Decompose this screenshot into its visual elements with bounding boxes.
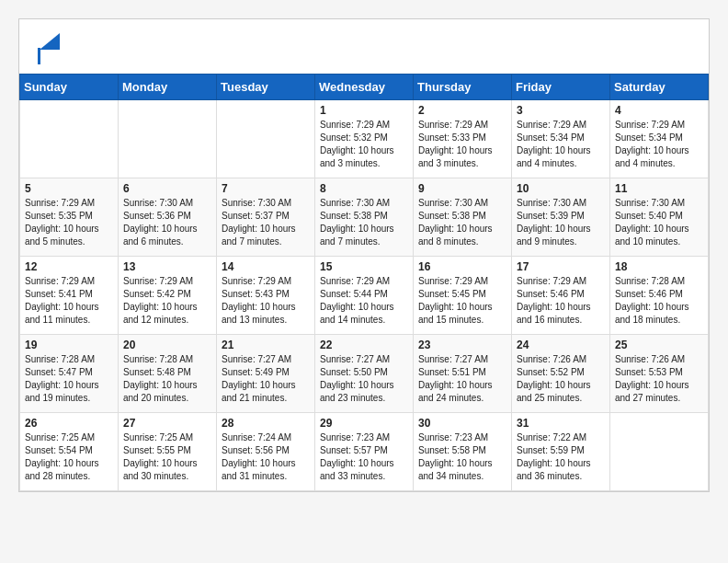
day-cell: 30Sunrise: 7:23 AMSunset: 5:58 PMDayligh… (414, 413, 512, 491)
day-cell: 25Sunrise: 7:26 AMSunset: 5:53 PMDayligh… (610, 335, 709, 413)
day-cell: 15Sunrise: 7:29 AMSunset: 5:44 PMDayligh… (315, 257, 414, 335)
day-info: Sunrise: 7:29 AMSunset: 5:34 PMDaylight:… (517, 119, 605, 170)
day-info: Sunrise: 7:29 AMSunset: 5:35 PMDaylight:… (25, 197, 113, 248)
day-info: Sunrise: 7:27 AMSunset: 5:50 PMDaylight:… (320, 353, 408, 405)
day-cell: 19Sunrise: 7:28 AMSunset: 5:47 PMDayligh… (20, 335, 119, 413)
day-info: Sunrise: 7:29 AMSunset: 5:42 PMDaylight:… (123, 275, 211, 327)
day-info: Sunrise: 7:28 AMSunset: 5:47 PMDaylight:… (25, 353, 113, 405)
day-number: 10 (517, 182, 605, 195)
week-row-4: 19Sunrise: 7:28 AMSunset: 5:47 PMDayligh… (20, 335, 709, 413)
day-cell: 24Sunrise: 7:26 AMSunset: 5:52 PMDayligh… (512, 335, 610, 413)
day-number: 24 (517, 339, 605, 351)
day-number: 26 (25, 417, 113, 430)
day-cell: 16Sunrise: 7:29 AMSunset: 5:45 PMDayligh… (414, 257, 512, 335)
day-number: 18 (615, 260, 703, 273)
day-cell: 6Sunrise: 7:30 AMSunset: 5:36 PMDaylight… (119, 178, 217, 257)
day-info: Sunrise: 7:30 AMSunset: 5:38 PMDaylight:… (320, 197, 408, 248)
day-cell (610, 413, 709, 491)
day-cell: 7Sunrise: 7:30 AMSunset: 5:37 PMDaylight… (217, 178, 315, 257)
day-cell: 20Sunrise: 7:28 AMSunset: 5:48 PMDayligh… (119, 335, 217, 413)
day-cell: 31Sunrise: 7:22 AMSunset: 5:59 PMDayligh… (512, 413, 610, 491)
day-number: 12 (25, 260, 113, 273)
day-cell: 3Sunrise: 7:29 AMSunset: 5:34 PMDaylight… (512, 100, 610, 178)
day-info: Sunrise: 7:28 AMSunset: 5:46 PMDaylight:… (615, 275, 703, 327)
day-number: 19 (25, 339, 113, 351)
day-cell: 11Sunrise: 7:30 AMSunset: 5:40 PMDayligh… (610, 178, 709, 257)
logo (38, 33, 60, 64)
day-info: Sunrise: 7:30 AMSunset: 5:39 PMDaylight:… (517, 197, 605, 248)
day-info: Sunrise: 7:24 AMSunset: 5:56 PMDaylight:… (222, 431, 310, 483)
day-number: 3 (517, 104, 605, 117)
day-number: 28 (222, 417, 310, 430)
day-cell: 8Sunrise: 7:30 AMSunset: 5:38 PMDaylight… (315, 178, 414, 257)
day-number: 6 (123, 182, 211, 195)
day-number: 17 (517, 260, 605, 273)
day-cell: 13Sunrise: 7:29 AMSunset: 5:42 PMDayligh… (119, 257, 217, 335)
day-number: 7 (222, 182, 310, 195)
weekday-header-wednesday: Wednesday (315, 75, 414, 100)
week-row-1: 1Sunrise: 7:29 AMSunset: 5:32 PMDaylight… (20, 100, 709, 178)
day-info: Sunrise: 7:28 AMSunset: 5:48 PMDaylight:… (123, 353, 211, 405)
day-number: 25 (615, 339, 703, 351)
day-info: Sunrise: 7:27 AMSunset: 5:51 PMDaylight:… (418, 353, 506, 405)
day-cell: 9Sunrise: 7:30 AMSunset: 5:38 PMDaylight… (414, 178, 512, 257)
day-number: 23 (418, 339, 506, 351)
day-cell: 28Sunrise: 7:24 AMSunset: 5:56 PMDayligh… (217, 413, 315, 491)
day-cell: 1Sunrise: 7:29 AMSunset: 5:32 PMDaylight… (315, 100, 414, 178)
day-cell: 14Sunrise: 7:29 AMSunset: 5:43 PMDayligh… (217, 257, 315, 335)
day-cell: 23Sunrise: 7:27 AMSunset: 5:51 PMDayligh… (414, 335, 512, 413)
day-number: 30 (418, 417, 506, 430)
day-number: 21 (222, 339, 310, 351)
week-row-2: 5Sunrise: 7:29 AMSunset: 5:35 PMDaylight… (20, 178, 709, 257)
day-info: Sunrise: 7:29 AMSunset: 5:41 PMDaylight:… (25, 275, 113, 327)
day-number: 29 (320, 417, 408, 430)
day-cell: 17Sunrise: 7:29 AMSunset: 5:46 PMDayligh… (512, 257, 610, 335)
day-info: Sunrise: 7:25 AMSunset: 5:54 PMDaylight:… (25, 431, 113, 483)
day-cell: 18Sunrise: 7:28 AMSunset: 5:46 PMDayligh… (610, 257, 709, 335)
day-number: 16 (418, 260, 506, 273)
day-number: 31 (517, 417, 605, 430)
week-row-5: 26Sunrise: 7:25 AMSunset: 5:54 PMDayligh… (20, 413, 709, 491)
day-cell: 12Sunrise: 7:29 AMSunset: 5:41 PMDayligh… (20, 257, 119, 335)
day-cell: 10Sunrise: 7:30 AMSunset: 5:39 PMDayligh… (512, 178, 610, 257)
day-cell: 2Sunrise: 7:29 AMSunset: 5:33 PMDaylight… (414, 100, 512, 178)
day-info: Sunrise: 7:30 AMSunset: 5:36 PMDaylight:… (123, 197, 211, 248)
day-info: Sunrise: 7:29 AMSunset: 5:43 PMDaylight:… (222, 275, 310, 327)
day-number: 9 (418, 182, 506, 195)
day-info: Sunrise: 7:23 AMSunset: 5:57 PMDaylight:… (320, 431, 408, 483)
weekday-header-saturday: Saturday (610, 75, 709, 100)
day-info: Sunrise: 7:26 AMSunset: 5:52 PMDaylight:… (517, 353, 605, 405)
day-number: 22 (320, 339, 408, 351)
day-info: Sunrise: 7:29 AMSunset: 5:45 PMDaylight:… (418, 275, 506, 327)
day-info: Sunrise: 7:30 AMSunset: 5:40 PMDaylight:… (615, 197, 703, 248)
day-number: 4 (615, 104, 703, 117)
day-number: 8 (320, 182, 408, 195)
week-row-3: 12Sunrise: 7:29 AMSunset: 5:41 PMDayligh… (20, 257, 709, 335)
day-info: Sunrise: 7:25 AMSunset: 5:55 PMDaylight:… (123, 431, 211, 483)
calendar-container: SundayMondayTuesdayWednesdayThursdayFrid… (18, 18, 710, 492)
day-info: Sunrise: 7:30 AMSunset: 5:37 PMDaylight:… (222, 197, 310, 248)
day-info: Sunrise: 7:22 AMSunset: 5:59 PMDaylight:… (517, 431, 605, 483)
weekday-header-monday: Monday (119, 75, 217, 100)
day-number: 13 (123, 260, 211, 273)
day-number: 11 (615, 182, 703, 195)
day-info: Sunrise: 7:29 AMSunset: 5:32 PMDaylight:… (320, 119, 408, 170)
day-info: Sunrise: 7:26 AMSunset: 5:53 PMDaylight:… (615, 353, 703, 405)
day-info: Sunrise: 7:29 AMSunset: 5:44 PMDaylight:… (320, 275, 408, 327)
day-cell: 26Sunrise: 7:25 AMSunset: 5:54 PMDayligh… (20, 413, 119, 491)
weekday-header-friday: Friday (512, 75, 610, 100)
day-info: Sunrise: 7:23 AMSunset: 5:58 PMDaylight:… (418, 431, 506, 483)
day-info: Sunrise: 7:29 AMSunset: 5:33 PMDaylight:… (418, 119, 506, 170)
weekday-header-row: SundayMondayTuesdayWednesdayThursdayFrid… (20, 75, 709, 100)
day-cell: 5Sunrise: 7:29 AMSunset: 5:35 PMDaylight… (20, 178, 119, 257)
day-info: Sunrise: 7:27 AMSunset: 5:49 PMDaylight:… (222, 353, 310, 405)
day-info: Sunrise: 7:29 AMSunset: 5:46 PMDaylight:… (517, 275, 605, 327)
day-number: 15 (320, 260, 408, 273)
day-info: Sunrise: 7:29 AMSunset: 5:34 PMDaylight:… (615, 119, 703, 170)
day-number: 27 (123, 417, 211, 430)
day-cell (20, 100, 119, 178)
day-cell: 27Sunrise: 7:25 AMSunset: 5:55 PMDayligh… (119, 413, 217, 491)
weekday-header-thursday: Thursday (414, 75, 512, 100)
day-number: 5 (25, 182, 113, 195)
day-number: 14 (222, 260, 310, 273)
